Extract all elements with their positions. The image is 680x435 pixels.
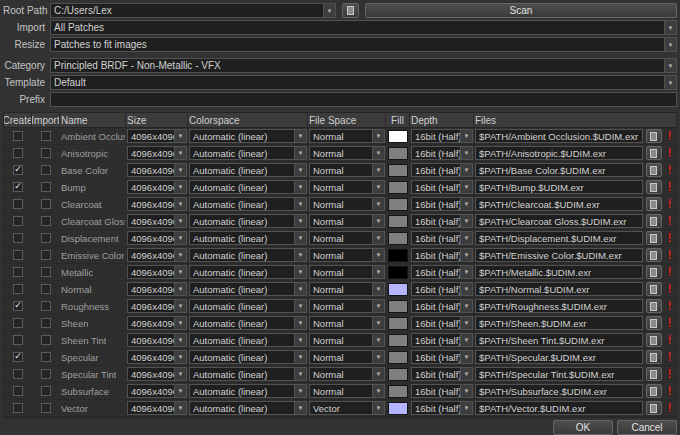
- file-path-input[interactable]: [475, 180, 643, 194]
- colorspace-select[interactable]: Automatic (linear) ▼: [189, 214, 307, 228]
- depth-select[interactable]: 16bit (Half) ▼: [411, 231, 473, 245]
- depth-select[interactable]: 16bit (Half) ▼: [411, 214, 473, 228]
- depth-select[interactable]: 16bit (Half) ▼: [411, 384, 473, 398]
- depth-select[interactable]: 16bit (Half) ▼: [411, 265, 473, 279]
- file-path-input[interactable]: [475, 384, 643, 398]
- fill-color-swatch[interactable]: [388, 181, 408, 194]
- colorspace-select[interactable]: Automatic (linear) ▼: [189, 401, 307, 415]
- create-checkbox[interactable]: [13, 352, 23, 362]
- browse-file-button[interactable]: [646, 265, 662, 279]
- size-select[interactable]: 4096x4096 ▼: [127, 316, 187, 330]
- size-select[interactable]: 4096x4096 ▼: [127, 231, 187, 245]
- file-space-select[interactable]: Normal ▼: [309, 214, 385, 228]
- template-select[interactable]: Default ▼: [50, 75, 677, 90]
- depth-select[interactable]: 16bit (Half) ▼: [411, 129, 473, 143]
- file-space-select[interactable]: Normal ▼: [309, 180, 385, 194]
- file-path-input[interactable]: [475, 333, 643, 347]
- size-select[interactable]: 4096x4096 ▼: [127, 367, 187, 381]
- file-space-select[interactable]: Normal ▼: [309, 316, 385, 330]
- browse-file-button[interactable]: [646, 350, 662, 364]
- file-path-input[interactable]: [475, 401, 643, 415]
- create-checkbox[interactable]: [13, 131, 23, 141]
- fill-color-swatch[interactable]: [388, 198, 408, 211]
- colorspace-select[interactable]: Automatic (linear) ▼: [189, 282, 307, 296]
- file-path-input[interactable]: [475, 129, 643, 143]
- size-select[interactable]: 4096x4096 ▼: [127, 333, 187, 347]
- root-path-combo[interactable]: ▼: [50, 3, 336, 18]
- browse-file-button[interactable]: [646, 367, 662, 381]
- create-checkbox[interactable]: [13, 318, 23, 328]
- depth-select[interactable]: 16bit (Half) ▼: [411, 163, 473, 177]
- fill-color-swatch[interactable]: [388, 215, 408, 228]
- file-path-input[interactable]: [475, 282, 643, 296]
- size-select[interactable]: 4096x4096 ▼: [127, 248, 187, 262]
- import-checkbox[interactable]: [41, 199, 51, 209]
- size-select[interactable]: 4096x4096 ▼: [127, 265, 187, 279]
- import-checkbox[interactable]: [41, 148, 51, 158]
- browse-root-path-button[interactable]: [342, 3, 359, 18]
- browse-file-button[interactable]: [646, 401, 662, 415]
- fill-color-swatch[interactable]: [388, 368, 408, 381]
- size-select[interactable]: 4096x4096 ▼: [127, 146, 187, 160]
- file-space-select[interactable]: Normal ▼: [309, 146, 385, 160]
- file-space-select[interactable]: Normal ▼: [309, 231, 385, 245]
- colorspace-select[interactable]: Automatic (linear) ▼: [189, 367, 307, 381]
- create-checkbox[interactable]: [13, 233, 23, 243]
- browse-file-button[interactable]: [646, 163, 662, 177]
- prefix-input[interactable]: [50, 92, 677, 107]
- file-path-input[interactable]: [475, 163, 643, 177]
- create-checkbox[interactable]: [13, 386, 23, 396]
- create-checkbox[interactable]: [13, 165, 23, 175]
- browse-file-button[interactable]: [646, 248, 662, 262]
- size-select[interactable]: 4096x4096 ▼: [127, 401, 187, 415]
- depth-select[interactable]: 16bit (Half) ▼: [411, 401, 473, 415]
- browse-file-button[interactable]: [646, 146, 662, 160]
- fill-color-swatch[interactable]: [388, 232, 408, 245]
- file-path-input[interactable]: [475, 231, 643, 245]
- size-select[interactable]: 4096x4096 ▼: [127, 384, 187, 398]
- file-path-input[interactable]: [475, 146, 643, 160]
- depth-select[interactable]: 16bit (Half) ▼: [411, 282, 473, 296]
- create-checkbox[interactable]: [13, 250, 23, 260]
- colorspace-select[interactable]: Automatic (linear) ▼: [189, 248, 307, 262]
- fill-color-swatch[interactable]: [388, 147, 408, 160]
- import-checkbox[interactable]: [41, 131, 51, 141]
- import-checkbox[interactable]: [41, 182, 51, 192]
- root-path-input[interactable]: [51, 4, 323, 17]
- colorspace-select[interactable]: Automatic (linear) ▼: [189, 265, 307, 279]
- create-checkbox[interactable]: [13, 301, 23, 311]
- size-select[interactable]: 4096x4096 ▼: [127, 299, 187, 313]
- import-select[interactable]: All Patches ▼: [50, 20, 677, 35]
- import-checkbox[interactable]: [41, 301, 51, 311]
- fill-color-swatch[interactable]: [388, 130, 408, 143]
- fill-color-swatch[interactable]: [388, 300, 408, 313]
- size-select[interactable]: 4096x4096 ▼: [127, 180, 187, 194]
- file-path-input[interactable]: [475, 248, 643, 262]
- create-checkbox[interactable]: [13, 216, 23, 226]
- file-path-input[interactable]: [475, 197, 643, 211]
- file-space-select[interactable]: Vector ▼: [309, 401, 385, 415]
- size-select[interactable]: 4096x4096 ▼: [127, 214, 187, 228]
- browse-file-button[interactable]: [646, 333, 662, 347]
- depth-select[interactable]: 16bit (Half) ▼: [411, 316, 473, 330]
- fill-color-swatch[interactable]: [388, 351, 408, 364]
- file-space-select[interactable]: Normal ▼: [309, 282, 385, 296]
- depth-select[interactable]: 16bit (Half) ▼: [411, 197, 473, 211]
- size-select[interactable]: 4096x4096 ▼: [127, 350, 187, 364]
- fill-color-swatch[interactable]: [388, 249, 408, 262]
- fill-color-swatch[interactable]: [388, 283, 408, 296]
- category-select[interactable]: Principled BRDF - Non-Metallic - VFX ▼: [50, 58, 677, 73]
- browse-file-button[interactable]: [646, 316, 662, 330]
- fill-color-swatch[interactable]: [388, 334, 408, 347]
- create-checkbox[interactable]: [13, 369, 23, 379]
- file-space-select[interactable]: Normal ▼: [309, 248, 385, 262]
- depth-select[interactable]: 16bit (Half) ▼: [411, 333, 473, 347]
- import-checkbox[interactable]: [41, 284, 51, 294]
- import-checkbox[interactable]: [41, 335, 51, 345]
- colorspace-select[interactable]: Automatic (linear) ▼: [189, 384, 307, 398]
- browse-file-button[interactable]: [646, 384, 662, 398]
- file-space-select[interactable]: Normal ▼: [309, 299, 385, 313]
- import-checkbox[interactable]: [41, 403, 51, 413]
- colorspace-select[interactable]: Automatic (linear) ▼: [189, 180, 307, 194]
- file-space-select[interactable]: Normal ▼: [309, 129, 385, 143]
